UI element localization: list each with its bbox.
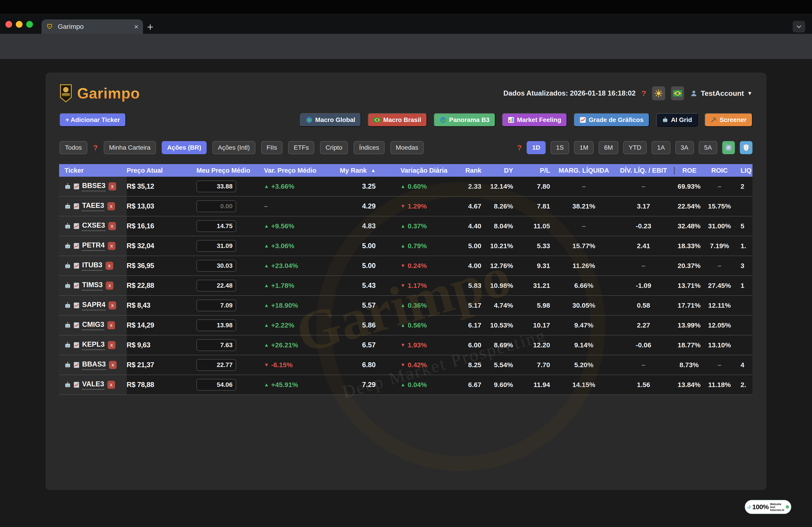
timeslot-5a[interactable]: 5A <box>699 141 717 154</box>
chart-icon[interactable] <box>74 282 79 289</box>
ticker-link[interactable]: BBAS3 <box>82 360 106 370</box>
col-marg-liquida[interactable]: MARG. LÍQUIDA <box>555 167 613 174</box>
filter-indices[interactable]: Índices <box>354 141 385 154</box>
filter-minha-carteira[interactable]: Minha Carteira <box>104 141 156 154</box>
robot-icon[interactable] <box>64 203 71 210</box>
col-preco-atual[interactable]: Preço Atual <box>127 167 197 174</box>
remove-ticker-button[interactable]: x <box>106 282 114 290</box>
ticker-link[interactable]: TIMS3 <box>82 281 103 290</box>
col-div-liq-ebit[interactable]: DÍV. LÍQ. / EBIT <box>613 167 674 174</box>
timeslot-help-icon[interactable]: ? <box>517 144 522 152</box>
chart-icon[interactable] <box>74 381 79 388</box>
ticker-link[interactable]: KEPL3 <box>82 340 105 350</box>
ticker-link[interactable]: CXSE3 <box>82 221 105 231</box>
col-ticker[interactable]: Ticker <box>59 167 127 174</box>
internet-nl-badge[interactable]: 100% Website test Internet.nl <box>745 500 791 514</box>
light-mode-button[interactable] <box>652 86 665 100</box>
chart-icon[interactable] <box>74 342 79 348</box>
filter-cripto[interactable]: Cripto <box>320 141 348 154</box>
robot-icon[interactable] <box>64 243 71 249</box>
filter-fiis[interactable]: FIIs <box>261 141 282 154</box>
avg-price-input[interactable] <box>197 260 236 272</box>
timeslot-1s[interactable]: 1S <box>551 141 569 154</box>
grade-graficos-button[interactable]: Grade de Gráficos <box>574 113 649 127</box>
avg-price-input[interactable] <box>197 339 236 351</box>
ticker-link[interactable]: TAEE3 <box>82 201 104 211</box>
robot-icon[interactable] <box>64 362 71 368</box>
robot-icon[interactable] <box>64 322 71 329</box>
avg-price-input[interactable] <box>197 319 236 331</box>
remove-ticker-button[interactable]: x <box>108 341 115 349</box>
market-feeling-button[interactable]: Market Feeling <box>502 113 567 127</box>
refresh-data-button[interactable] <box>722 141 735 154</box>
language-brazil-flag-button[interactable] <box>671 86 684 100</box>
chart-icon[interactable] <box>74 322 79 329</box>
ticker-link[interactable]: ITUB3 <box>82 261 102 271</box>
robot-icon[interactable] <box>64 282 71 289</box>
ticker-link[interactable]: VALE3 <box>82 380 104 390</box>
avg-price-input[interactable] <box>197 200 236 212</box>
browser-tab[interactable]: G Garimpo × <box>42 19 143 34</box>
filter-todos[interactable]: Todos <box>60 141 87 154</box>
chart-icon[interactable] <box>74 203 79 210</box>
macro-brasil-button[interactable]: Macro Brasil <box>368 113 427 127</box>
col-variacao-diaria[interactable]: Variação Diária <box>386 167 462 174</box>
col-var-preco-medio[interactable]: Var. Preço Médio <box>264 167 347 174</box>
panorama-b3-button[interactable]: Panorama B3 <box>434 113 495 127</box>
ai-grid-button[interactable]: AI Grid <box>656 113 698 127</box>
screener-button[interactable]: Screener <box>705 113 752 127</box>
window-close-button[interactable] <box>5 21 12 28</box>
timeslot-1d[interactable]: 1D <box>527 141 546 154</box>
col-roe[interactable]: ROE <box>674 167 705 174</box>
col-roic[interactable]: ROIC <box>704 167 735 174</box>
col-rank[interactable]: Rank <box>462 167 488 174</box>
filter-acoes-intl[interactable]: Ações (Intl) <box>213 141 255 154</box>
remove-ticker-button[interactable]: x <box>109 361 117 369</box>
new-tab-button[interactable]: + <box>147 21 154 33</box>
updated-help-icon[interactable]: ? <box>641 89 646 98</box>
chart-icon[interactable] <box>74 262 79 269</box>
robot-icon[interactable] <box>64 262 71 269</box>
timeslot-1a[interactable]: 1A <box>652 141 670 154</box>
remove-ticker-button[interactable]: x <box>107 381 115 389</box>
avg-price-input[interactable] <box>197 240 236 252</box>
robot-icon[interactable] <box>64 183 71 190</box>
remove-ticker-button[interactable]: x <box>107 202 115 210</box>
col-pl[interactable]: P/L <box>527 167 555 174</box>
avg-price-input[interactable] <box>197 300 236 311</box>
chart-icon[interactable] <box>74 243 79 249</box>
add-ticker-button[interactable]: + Adicionar Ticker <box>60 113 126 127</box>
col-liq[interactable]: LIQ <box>735 167 752 174</box>
avg-price-input[interactable] <box>197 220 236 232</box>
filter-moedas[interactable]: Moedas <box>390 141 424 154</box>
timeslot-1m[interactable]: 1M <box>574 141 594 154</box>
timeslot-3a[interactable]: 3A <box>675 141 694 154</box>
robot-icon[interactable] <box>64 302 71 309</box>
col-meu-preco-medio[interactable]: Meu Preço Médio <box>197 167 264 174</box>
tab-search-button[interactable] <box>793 21 805 32</box>
chart-icon[interactable] <box>74 183 79 190</box>
col-dy[interactable]: DY <box>488 167 527 174</box>
ticker-link[interactable]: BBSE3 <box>82 182 105 191</box>
filter-acoes-br[interactable]: Ações (BR) <box>162 141 207 154</box>
remove-ticker-button[interactable]: x <box>108 222 116 230</box>
chart-icon[interactable] <box>74 223 79 229</box>
ticker-link[interactable]: SAPR4 <box>82 301 105 311</box>
robot-icon[interactable] <box>64 223 71 229</box>
avg-price-input[interactable] <box>197 359 236 371</box>
account-menu[interactable]: TestAccount ▼ <box>690 89 752 97</box>
ticker-link[interactable]: CMIG3 <box>82 320 104 330</box>
chart-icon[interactable] <box>74 362 79 368</box>
filters-help-icon[interactable]: ? <box>93 144 98 152</box>
avg-price-input[interactable] <box>197 379 236 391</box>
remove-ticker-button[interactable]: x <box>108 301 116 310</box>
timeslot-6m[interactable]: 6M <box>599 141 618 154</box>
avg-price-input[interactable] <box>197 181 236 192</box>
filter-etfs[interactable]: ETFs <box>288 141 314 154</box>
robot-icon[interactable] <box>64 342 71 348</box>
shield-status-button[interactable] <box>740 141 752 154</box>
remove-ticker-button[interactable]: x <box>108 182 116 191</box>
window-zoom-button[interactable] <box>26 21 33 28</box>
chart-icon[interactable] <box>74 302 79 309</box>
avg-price-input[interactable] <box>197 280 236 291</box>
